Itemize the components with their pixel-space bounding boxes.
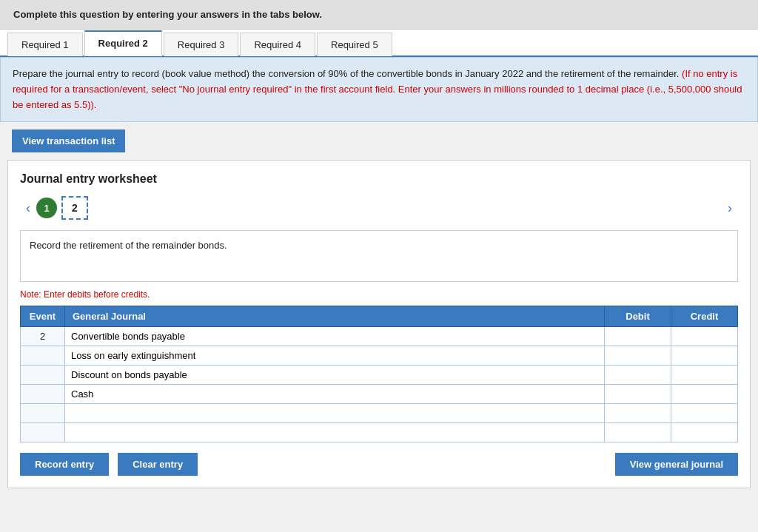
account-cell[interactable] [65, 366, 605, 385]
page-nav: ‹ 1 2 › [20, 196, 738, 220]
bottom-buttons: Record entry Clear entry View general jo… [20, 453, 738, 476]
debit-cell[interactable] [605, 404, 671, 423]
debit-cell[interactable] [605, 346, 671, 366]
event-cell [21, 404, 65, 423]
debit-input-0[interactable] [611, 331, 665, 342]
credit-input-0[interactable] [677, 331, 731, 342]
debit-input-1[interactable] [611, 350, 665, 361]
debit-cell[interactable] [605, 385, 671, 404]
description-box: Record the retirement of the remainder b… [20, 230, 738, 282]
debit-cell[interactable] [605, 327, 671, 346]
credit-input-1[interactable] [677, 350, 731, 361]
tab-required3[interactable]: Required 3 [164, 33, 239, 56]
page-circle-1[interactable]: 1 [36, 198, 57, 218]
event-cell [21, 385, 65, 404]
debit-cell[interactable] [605, 366, 671, 385]
account-cell[interactable] [65, 385, 605, 404]
event-cell [21, 366, 65, 385]
credit-input-2[interactable] [677, 369, 731, 380]
credit-cell[interactable] [671, 346, 738, 366]
view-general-journal-button[interactable]: View general journal [615, 453, 738, 476]
table-row [21, 404, 738, 423]
account-input-4[interactable] [71, 408, 598, 419]
tab-required5[interactable]: Required 5 [317, 33, 392, 56]
account-input-5[interactable] [71, 427, 598, 438]
account-input-0[interactable] [71, 331, 598, 342]
event-cell: 2 [21, 327, 65, 346]
credit-cell[interactable] [671, 366, 738, 385]
record-entry-button[interactable]: Record entry [20, 453, 109, 476]
debit-input-5[interactable] [611, 427, 665, 438]
credit-cell[interactable] [671, 423, 738, 442]
note-text: Note: Enter debits before credits. [20, 289, 738, 300]
tab-required1[interactable]: Required 1 [7, 33, 83, 56]
col-credit: Credit [671, 306, 738, 327]
table-row [21, 346, 738, 366]
journal-table: Event General Journal Debit Credit 2 [20, 306, 738, 442]
table-row [21, 423, 738, 442]
table-row: 2 [21, 327, 738, 346]
credit-input-4[interactable] [677, 408, 731, 419]
info-box: Prepare the journal entry to record (boo… [0, 57, 758, 122]
event-cell [21, 346, 65, 366]
credit-input-5[interactable] [677, 427, 731, 438]
table-row [21, 385, 738, 404]
debit-cell[interactable] [605, 423, 671, 442]
account-cell[interactable] [65, 423, 605, 442]
account-input-2[interactable] [71, 369, 598, 380]
account-input-1[interactable] [71, 350, 598, 361]
page-box-2[interactable]: 2 [61, 196, 88, 220]
table-row [21, 366, 738, 385]
next-arrow[interactable]: › [722, 199, 738, 218]
prev-arrow[interactable]: ‹ [20, 199, 36, 218]
debit-input-3[interactable] [611, 388, 665, 400]
tabs-bar: Required 1 Required 2 Required 3 Require… [0, 30, 758, 57]
credit-cell[interactable] [671, 327, 738, 346]
debit-input-4[interactable] [611, 408, 665, 419]
worksheet-title: Journal entry worksheet [20, 172, 738, 186]
account-input-3[interactable] [71, 388, 598, 400]
credit-cell[interactable] [671, 404, 738, 423]
account-cell[interactable] [65, 404, 605, 423]
account-cell[interactable] [65, 327, 605, 346]
col-event: Event [21, 306, 65, 327]
credit-input-3[interactable] [677, 388, 731, 400]
event-cell [21, 423, 65, 442]
tab-required2[interactable]: Required 2 [84, 30, 162, 56]
view-transaction-button[interactable]: View transaction list [12, 129, 125, 152]
top-instruction: Complete this question by entering your … [0, 0, 758, 30]
col-general-journal: General Journal [65, 306, 605, 327]
col-debit: Debit [605, 306, 671, 327]
credit-cell[interactable] [671, 385, 738, 404]
clear-entry-button[interactable]: Clear entry [118, 453, 198, 476]
account-cell[interactable] [65, 346, 605, 366]
worksheet-container: Journal entry worksheet ‹ 1 2 › Record t… [7, 160, 751, 488]
tab-required4[interactable]: Required 4 [240, 33, 315, 56]
debit-input-2[interactable] [611, 369, 665, 380]
